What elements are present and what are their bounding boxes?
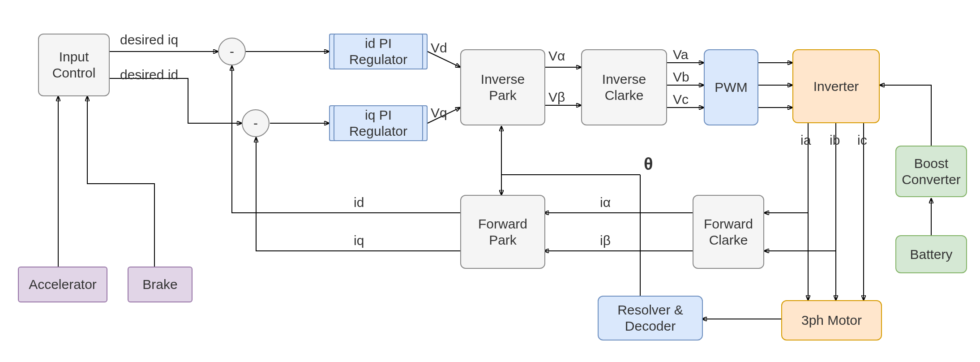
accelerator-label: Accelerator — [29, 276, 97, 293]
inv-clarke-label: InverseClarke — [602, 71, 646, 103]
forward-clarke-block: ForwardClarke — [693, 195, 764, 269]
sum-node-2: - — [242, 109, 270, 137]
resolver-label: Resolver &Decoder — [617, 302, 683, 334]
inverter-label: Inverter — [813, 78, 859, 95]
vbeta-label: Vβ — [548, 90, 565, 105]
iq-feedback-label: iq — [354, 233, 364, 248]
fwd-clarke-label: ForwardClarke — [704, 216, 753, 248]
boost-converter-block: BoostConverter — [895, 146, 967, 197]
pwm-block: PWM — [704, 49, 758, 125]
battery-block: Battery — [895, 235, 967, 273]
ialpha-label: iα — [600, 195, 611, 210]
battery-label: Battery — [910, 246, 952, 263]
sum2-minus: - — [253, 116, 258, 131]
va-label: Va — [673, 47, 688, 62]
pwm-label: PWM — [715, 79, 747, 95]
id-feedback-label: id — [354, 195, 364, 210]
ib-label: ib — [830, 133, 840, 148]
ia-label: ia — [800, 133, 811, 148]
accelerator-block: Accelerator — [18, 267, 107, 302]
desired-id-label: desired id — [120, 67, 178, 82]
brake-block: Brake — [128, 267, 193, 302]
brake-label: Brake — [142, 276, 177, 293]
vd-label: Vd — [431, 40, 447, 56]
inverter-block: Inverter — [792, 49, 880, 123]
sum-node-1: - — [218, 38, 246, 65]
ibeta-label: iβ — [600, 233, 611, 248]
resolver-decoder-block: Resolver &Decoder — [598, 296, 703, 340]
inverse-clarke-block: InverseClarke — [581, 49, 667, 125]
id-pi-regulator-block: id PIRegulator — [329, 34, 428, 69]
forward-park-block: ForwardPark — [460, 195, 545, 269]
fwd-park-label: ForwardPark — [478, 216, 527, 248]
boost-label: BoostConverter — [902, 155, 961, 188]
vb-label: Vb — [673, 69, 689, 85]
input-control-block: InputControl — [38, 34, 110, 96]
inv-park-label: InversePark — [481, 71, 525, 103]
theta-label: θ — [644, 155, 653, 174]
vq-label: Vq — [431, 105, 447, 121]
valpha-label: Vα — [548, 48, 565, 64]
iq-pi-regulator-block: iq PIRegulator — [329, 105, 428, 141]
sum1-minus: - — [230, 44, 234, 59]
motor-block: 3ph Motor — [781, 300, 882, 340]
desired-iq-label: desired iq — [120, 32, 178, 47]
ic-label: ic — [857, 133, 867, 148]
inverse-park-block: InversePark — [460, 49, 545, 125]
motor-label: 3ph Motor — [801, 312, 862, 328]
id-pi-label: id PIRegulator — [349, 35, 407, 68]
iq-pi-label: iq PIRegulator — [349, 107, 407, 139]
input-control-label: InputControl — [52, 49, 96, 81]
vc-label: Vc — [673, 92, 689, 107]
